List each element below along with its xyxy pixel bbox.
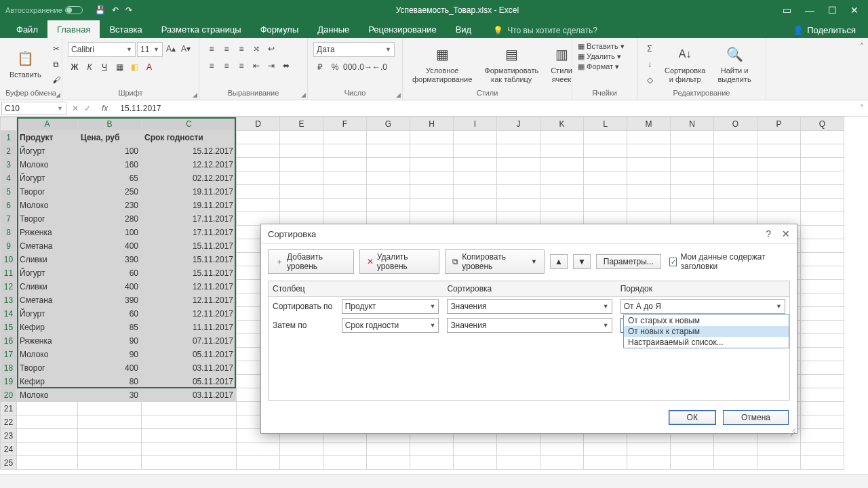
col-header-I[interactable]: I	[454, 117, 497, 131]
cell-empty[interactable]	[454, 456, 497, 470]
expand-formula-bar-icon[interactable]: ˅	[856, 104, 868, 113]
font-name-combo[interactable]: Calibri▼	[68, 42, 136, 57]
autosum-icon[interactable]: Σ	[643, 42, 656, 56]
cell-empty[interactable]	[497, 456, 540, 470]
cancel-button[interactable]: Отмена	[723, 410, 789, 425]
cell-B23[interactable]	[78, 429, 142, 443]
cell-B24[interactable]	[78, 443, 142, 456]
cell-empty[interactable]	[801, 361, 844, 375]
tab-file[interactable]: Файл	[7, 20, 47, 38]
cell-empty[interactable]	[497, 443, 540, 456]
row-header-20[interactable]: 20	[1, 388, 17, 402]
cell-empty[interactable]	[410, 456, 454, 470]
cell-A2[interactable]: Йогурт	[17, 144, 78, 158]
cell-empty[interactable]	[410, 131, 454, 144]
cell-B8[interactable]: 100	[78, 226, 142, 239]
cell-empty[interactable]	[671, 199, 714, 212]
fx-icon[interactable]: fx	[95, 104, 115, 113]
align-right-icon[interactable]: ≡	[235, 59, 248, 73]
dialog-close-icon[interactable]: ✕	[782, 228, 790, 239]
cell-C22[interactable]	[142, 415, 237, 429]
row-header-17[interactable]: 17	[1, 348, 17, 361]
cells-format-button[interactable]: ▦ Формат ▾	[578, 62, 631, 71]
cell-A21[interactable]	[17, 402, 78, 415]
cell-empty[interactable]	[714, 158, 757, 171]
tab-review[interactable]: Рецензирование	[359, 20, 446, 38]
row-header-4[interactable]: 4	[1, 171, 17, 185]
align-left-icon[interactable]: ≡	[205, 59, 218, 73]
cell-empty[interactable]	[540, 185, 584, 199]
cell-B12[interactable]: 400	[78, 280, 142, 293]
cell-empty[interactable]	[323, 199, 367, 212]
row-header-25[interactable]: 25	[1, 456, 17, 470]
select-all-corner[interactable]	[1, 117, 17, 131]
cell-empty[interactable]	[497, 144, 540, 158]
col-header-P[interactable]: P	[757, 117, 801, 131]
cell-empty[interactable]	[280, 171, 323, 185]
move-down-button[interactable]: ▼	[573, 254, 591, 269]
conditional-formatting-button[interactable]: ▦Условное форматирование	[408, 43, 476, 85]
col-header-H[interactable]: H	[410, 117, 454, 131]
cell-B14[interactable]: 60	[78, 307, 142, 321]
tell-me[interactable]: 💡 Что вы хотите сделать?	[493, 26, 597, 38]
cell-empty[interactable]	[801, 280, 844, 293]
cell-A3[interactable]: Молоко	[17, 158, 78, 171]
cell-empty[interactable]	[237, 443, 280, 456]
cell-C15[interactable]: 11.11.2017	[142, 321, 237, 334]
cell-empty[interactable]	[237, 456, 280, 470]
fill-icon[interactable]: ↓	[643, 58, 656, 71]
cell-A4[interactable]: Йогурт	[17, 171, 78, 185]
cell-empty[interactable]	[367, 185, 410, 199]
cell-B25[interactable]	[78, 456, 142, 470]
cell-empty[interactable]	[410, 171, 454, 185]
row-header-24[interactable]: 24	[1, 443, 17, 456]
save-icon[interactable]: 💾	[95, 5, 105, 15]
fill-color-icon[interactable]: ◧	[127, 60, 141, 74]
cell-C12[interactable]: 12.11.2017	[142, 280, 237, 293]
cell-A14[interactable]: Йогурт	[17, 307, 78, 321]
cell-B20[interactable]: 30	[78, 388, 142, 402]
cell-C2[interactable]: 15.12.2017	[142, 144, 237, 158]
cell-empty[interactable]	[671, 171, 714, 185]
cell-empty[interactable]	[714, 185, 757, 199]
cell-empty[interactable]	[323, 144, 367, 158]
increase-font-icon[interactable]: A▴	[164, 42, 178, 56]
sort-order-select-1[interactable]: От А до Я▼	[620, 299, 785, 314]
row-header-2[interactable]: 2	[1, 144, 17, 158]
cell-empty[interactable]	[540, 443, 584, 456]
col-header-M[interactable]: M	[627, 117, 671, 131]
cell-empty[interactable]	[237, 199, 280, 212]
cell-empty[interactable]	[801, 226, 844, 239]
cell-empty[interactable]	[367, 171, 410, 185]
indent-increase-icon[interactable]: ⇥	[264, 59, 278, 73]
cell-empty[interactable]	[410, 158, 454, 171]
cell-B18[interactable]: 400	[78, 361, 142, 375]
cell-empty[interactable]	[280, 456, 323, 470]
cell-empty[interactable]	[801, 171, 844, 185]
cell-empty[interactable]	[237, 171, 280, 185]
headers-checkbox[interactable]: ✓Мои данные содержат заголовки	[669, 252, 790, 271]
cell-B3[interactable]: 160	[78, 158, 142, 171]
cell-empty[interactable]	[671, 158, 714, 171]
cell-empty[interactable]	[671, 144, 714, 158]
cell-empty[interactable]	[627, 443, 671, 456]
cell-empty[interactable]	[757, 199, 801, 212]
cell-A9[interactable]: Сметана	[17, 239, 78, 253]
cell-B10[interactable]: 390	[78, 253, 142, 266]
cell-empty[interactable]	[627, 158, 671, 171]
order-option-new-old[interactable]: От новых к старым	[624, 326, 789, 337]
border-icon[interactable]: ▦	[113, 60, 126, 74]
cancel-edit-icon[interactable]: ✕	[72, 104, 79, 113]
col-header-B[interactable]: B	[78, 117, 142, 131]
cell-empty[interactable]	[627, 456, 671, 470]
align-middle-icon[interactable]: ≡	[220, 42, 233, 56]
cell-B6[interactable]: 230	[78, 199, 142, 212]
sort-column-select-1[interactable]: Продукт▼	[342, 299, 439, 314]
col-header-N[interactable]: N	[671, 117, 714, 131]
cell-empty[interactable]	[757, 131, 801, 144]
cell-C1[interactable]: Срок годности	[142, 131, 237, 144]
cell-B19[interactable]: 80	[78, 375, 142, 388]
cell-empty[interactable]	[367, 131, 410, 144]
cell-A19[interactable]: Кефир	[17, 375, 78, 388]
cell-empty[interactable]	[671, 185, 714, 199]
